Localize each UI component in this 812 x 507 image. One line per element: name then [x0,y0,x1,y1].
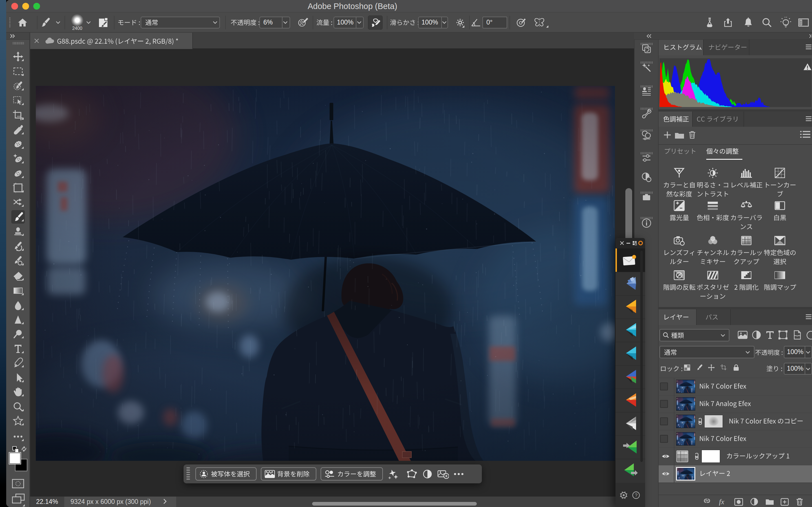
svg-text:?: ? [635,493,638,498]
svg-text:fx: fx [719,498,724,506]
